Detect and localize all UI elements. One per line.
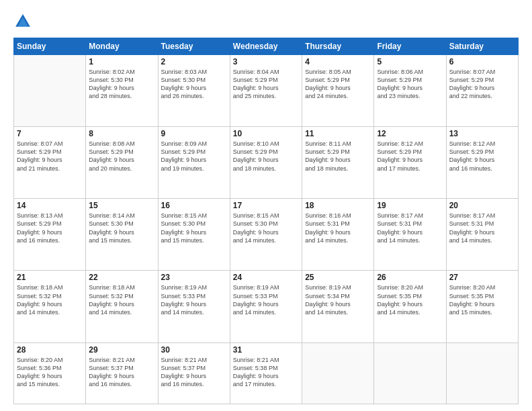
- day-info: Sunrise: 8:14 AM Sunset: 5:30 PM Dayligh…: [89, 212, 154, 244]
- logo: [13, 12, 35, 31]
- day-info: Sunrise: 8:21 AM Sunset: 5:38 PM Dayligh…: [233, 356, 299, 389]
- day-info: Sunrise: 8:10 AM Sunset: 5:29 PM Dayligh…: [233, 140, 299, 173]
- weekday-header-wednesday: Wednesday: [230, 38, 302, 55]
- calendar-cell: 10Sunrise: 8:10 AM Sunset: 5:29 PM Dayli…: [230, 127, 302, 199]
- calendar-cell: 18Sunrise: 8:16 AM Sunset: 5:31 PM Dayli…: [302, 199, 374, 271]
- day-info: Sunrise: 8:20 AM Sunset: 5:35 PM Dayligh…: [377, 283, 443, 316]
- weekday-header-monday: Monday: [86, 38, 158, 55]
- day-number: 14: [17, 201, 83, 210]
- calendar-cell: 22Sunrise: 8:18 AM Sunset: 5:32 PM Dayli…: [86, 271, 158, 342]
- calendar-cell: 23Sunrise: 8:19 AM Sunset: 5:33 PM Dayli…: [158, 271, 230, 342]
- day-number: 25: [305, 273, 371, 282]
- day-number: 23: [161, 273, 227, 282]
- calendar-cell: 1Sunrise: 8:02 AM Sunset: 5:30 PM Daylig…: [86, 55, 158, 127]
- day-info: Sunrise: 8:07 AM Sunset: 5:29 PM Dayligh…: [449, 68, 515, 101]
- day-info: Sunrise: 8:12 AM Sunset: 5:29 PM Dayligh…: [377, 140, 443, 173]
- day-number: 21: [17, 273, 83, 282]
- day-number: 12: [377, 129, 443, 138]
- day-number: 20: [449, 201, 515, 210]
- day-number: 15: [89, 201, 154, 210]
- day-info: Sunrise: 8:15 AM Sunset: 5:30 PM Dayligh…: [233, 212, 299, 244]
- day-number: 27: [449, 273, 515, 282]
- day-number: 18: [305, 201, 371, 210]
- header: [13, 12, 519, 31]
- calendar-cell: 16Sunrise: 8:15 AM Sunset: 5:30 PM Dayli…: [158, 199, 230, 271]
- day-info: Sunrise: 8:02 AM Sunset: 5:30 PM Dayligh…: [89, 68, 154, 101]
- day-number: 11: [305, 129, 371, 138]
- weekday-header-friday: Friday: [374, 38, 446, 55]
- day-info: Sunrise: 8:03 AM Sunset: 5:30 PM Dayligh…: [161, 68, 227, 101]
- calendar-cell: 27Sunrise: 8:20 AM Sunset: 5:35 PM Dayli…: [446, 271, 518, 342]
- weekday-header-saturday: Saturday: [446, 38, 518, 55]
- calendar-week-row: 7Sunrise: 8:07 AM Sunset: 5:29 PM Daylig…: [14, 127, 519, 199]
- day-number: 31: [233, 345, 299, 355]
- calendar-cell: [14, 55, 86, 127]
- day-info: Sunrise: 8:11 AM Sunset: 5:29 PM Dayligh…: [305, 140, 371, 173]
- calendar-cell: 4Sunrise: 8:05 AM Sunset: 5:29 PM Daylig…: [302, 55, 374, 127]
- calendar-cell: 24Sunrise: 8:19 AM Sunset: 5:33 PM Dayli…: [230, 271, 302, 342]
- day-info: Sunrise: 8:06 AM Sunset: 5:29 PM Dayligh…: [377, 68, 443, 101]
- day-number: 13: [449, 129, 515, 138]
- day-info: Sunrise: 8:13 AM Sunset: 5:29 PM Dayligh…: [17, 212, 83, 244]
- calendar-cell: 6Sunrise: 8:07 AM Sunset: 5:29 PM Daylig…: [446, 55, 518, 127]
- calendar-table: SundayMondayTuesdayWednesdayThursdayFrid…: [13, 38, 519, 404]
- day-info: Sunrise: 8:19 AM Sunset: 5:33 PM Dayligh…: [233, 283, 299, 316]
- calendar-week-row: 14Sunrise: 8:13 AM Sunset: 5:29 PM Dayli…: [14, 199, 519, 271]
- day-number: 26: [377, 273, 443, 282]
- calendar-week-row: 1Sunrise: 8:02 AM Sunset: 5:30 PM Daylig…: [14, 55, 519, 127]
- day-number: 4: [305, 57, 371, 66]
- calendar-cell: 26Sunrise: 8:20 AM Sunset: 5:35 PM Dayli…: [374, 271, 446, 342]
- calendar-cell: 3Sunrise: 8:04 AM Sunset: 5:29 PM Daylig…: [230, 55, 302, 127]
- day-info: Sunrise: 8:05 AM Sunset: 5:29 PM Dayligh…: [305, 68, 371, 101]
- logo-icon: [13, 12, 32, 31]
- day-number: 28: [17, 345, 83, 355]
- calendar-cell: [446, 342, 518, 404]
- calendar-cell: 7Sunrise: 8:07 AM Sunset: 5:29 PM Daylig…: [14, 127, 86, 199]
- weekday-header-tuesday: Tuesday: [158, 38, 230, 55]
- day-number: 8: [89, 129, 154, 138]
- weekday-header-row: SundayMondayTuesdayWednesdayThursdayFrid…: [14, 38, 519, 55]
- day-info: Sunrise: 8:20 AM Sunset: 5:35 PM Dayligh…: [449, 283, 515, 316]
- calendar-cell: 25Sunrise: 8:19 AM Sunset: 5:34 PM Dayli…: [302, 271, 374, 342]
- weekday-header-sunday: Sunday: [14, 38, 86, 55]
- day-number: 16: [161, 201, 227, 210]
- day-info: Sunrise: 8:19 AM Sunset: 5:34 PM Dayligh…: [305, 283, 371, 316]
- day-info: Sunrise: 8:17 AM Sunset: 5:31 PM Dayligh…: [449, 212, 515, 244]
- day-number: 22: [89, 273, 154, 282]
- day-number: 10: [233, 129, 299, 138]
- calendar-cell: 30Sunrise: 8:21 AM Sunset: 5:37 PM Dayli…: [158, 342, 230, 404]
- day-info: Sunrise: 8:08 AM Sunset: 5:29 PM Dayligh…: [89, 140, 154, 173]
- calendar-cell: 12Sunrise: 8:12 AM Sunset: 5:29 PM Dayli…: [374, 127, 446, 199]
- day-info: Sunrise: 8:09 AM Sunset: 5:29 PM Dayligh…: [161, 140, 227, 173]
- calendar-cell: 19Sunrise: 8:17 AM Sunset: 5:31 PM Dayli…: [374, 199, 446, 271]
- page: SundayMondayTuesdayWednesdayThursdayFrid…: [0, 0, 532, 411]
- weekday-header-thursday: Thursday: [302, 38, 374, 55]
- calendar-cell: 15Sunrise: 8:14 AM Sunset: 5:30 PM Dayli…: [86, 199, 158, 271]
- day-number: 1: [89, 57, 154, 66]
- calendar-cell: 29Sunrise: 8:21 AM Sunset: 5:37 PM Dayli…: [86, 342, 158, 404]
- day-number: 3: [233, 57, 299, 66]
- day-info: Sunrise: 8:20 AM Sunset: 5:36 PM Dayligh…: [17, 356, 83, 389]
- day-number: 17: [233, 201, 299, 210]
- day-info: Sunrise: 8:19 AM Sunset: 5:33 PM Dayligh…: [161, 283, 227, 316]
- day-info: Sunrise: 8:16 AM Sunset: 5:31 PM Dayligh…: [305, 212, 371, 244]
- calendar-week-row: 28Sunrise: 8:20 AM Sunset: 5:36 PM Dayli…: [14, 342, 519, 404]
- day-info: Sunrise: 8:15 AM Sunset: 5:30 PM Dayligh…: [161, 212, 227, 244]
- calendar-cell: 11Sunrise: 8:11 AM Sunset: 5:29 PM Dayli…: [302, 127, 374, 199]
- calendar-cell: 21Sunrise: 8:18 AM Sunset: 5:32 PM Dayli…: [14, 271, 86, 342]
- calendar-week-row: 21Sunrise: 8:18 AM Sunset: 5:32 PM Dayli…: [14, 271, 519, 342]
- calendar-cell: 14Sunrise: 8:13 AM Sunset: 5:29 PM Dayli…: [14, 199, 86, 271]
- day-info: Sunrise: 8:07 AM Sunset: 5:29 PM Dayligh…: [17, 140, 83, 173]
- calendar-cell: [374, 342, 446, 404]
- calendar-cell: 5Sunrise: 8:06 AM Sunset: 5:29 PM Daylig…: [374, 55, 446, 127]
- day-number: 24: [233, 273, 299, 282]
- day-info: Sunrise: 8:18 AM Sunset: 5:32 PM Dayligh…: [89, 283, 154, 316]
- day-number: 5: [377, 57, 443, 66]
- day-number: 29: [89, 345, 154, 355]
- day-number: 30: [161, 345, 227, 355]
- calendar-cell: 20Sunrise: 8:17 AM Sunset: 5:31 PM Dayli…: [446, 199, 518, 271]
- calendar-cell: 28Sunrise: 8:20 AM Sunset: 5:36 PM Dayli…: [14, 342, 86, 404]
- day-number: 19: [377, 201, 443, 210]
- day-info: Sunrise: 8:21 AM Sunset: 5:37 PM Dayligh…: [161, 356, 227, 389]
- calendar-cell: 2Sunrise: 8:03 AM Sunset: 5:30 PM Daylig…: [158, 55, 230, 127]
